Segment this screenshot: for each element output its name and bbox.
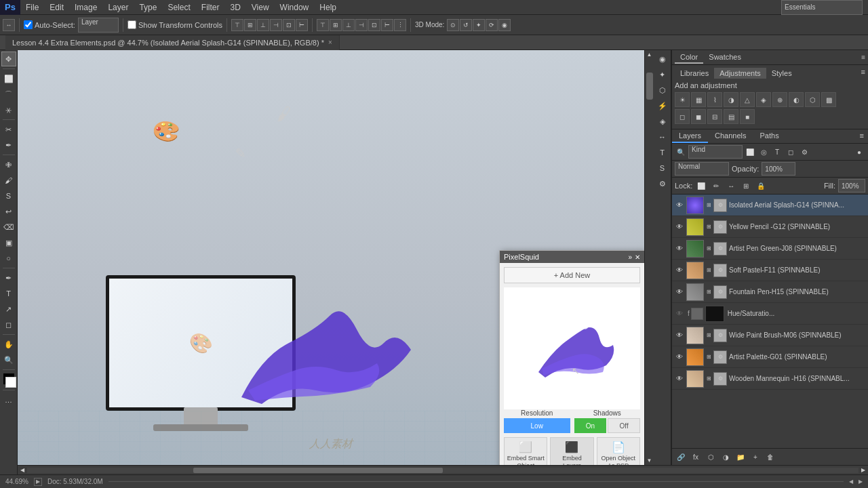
align-top[interactable]: ⊤: [231, 19, 243, 31]
lock-artboard[interactable]: ⊞: [740, 180, 752, 192]
path-tool[interactable]: ↗: [1, 302, 16, 317]
scroll-down[interactable]: ▼: [646, 456, 654, 465]
type-tool[interactable]: T: [1, 286, 16, 301]
menu-3d[interactable]: 3D: [224, 1, 245, 14]
document-tab[interactable]: Lesson 4.4 Extra Elements.psd @ 44.7% (I…: [5, 35, 340, 50]
adj-photo[interactable]: ⬡: [805, 92, 820, 107]
dist-hc[interactable]: ⊡: [368, 19, 380, 31]
dist-left[interactable]: ⊣: [355, 19, 368, 31]
layer-6-visibility[interactable]: 👁: [675, 309, 684, 319]
3d-icon4[interactable]: ⟳: [486, 19, 498, 31]
dodge-tool[interactable]: ○: [1, 251, 16, 266]
menu-type[interactable]: Type: [134, 1, 162, 14]
dist-vc[interactable]: ⊞: [330, 19, 342, 31]
add-link-icon[interactable]: 🔗: [675, 451, 687, 463]
adj-channel[interactable]: ▩: [821, 92, 836, 107]
auto-select-checkbox[interactable]: [24, 20, 33, 29]
add-group-icon[interactable]: 📁: [734, 451, 747, 463]
layer-item-1[interactable]: 👁 ⊞ ⚙ Isolated Aerial Splash-G14 (SPINNA…: [672, 195, 868, 216]
menu-image[interactable]: Image: [69, 1, 102, 14]
scroll-left[interactable]: ◀: [20, 467, 24, 473]
open-object-as-psd-button[interactable]: 📄 Open ObjectAs PSD: [597, 437, 640, 465]
tab-paths[interactable]: Paths: [753, 129, 786, 143]
adj-colorbal[interactable]: ⊕: [772, 92, 787, 107]
add-adj-icon[interactable]: ◑: [719, 451, 732, 463]
status-indicator[interactable]: ▶: [34, 478, 42, 486]
dist-extra[interactable]: ⋮: [394, 19, 406, 31]
scroll-thumb[interactable]: [646, 73, 653, 100]
dist-top[interactable]: ⊤: [317, 19, 329, 31]
layer-item-7[interactable]: 👁 ⊞ ⚙ Wide Paint Brush-M06 (SPINNABLE): [672, 325, 868, 346]
embed-smart-object-button[interactable]: ⬜ Embed SmartObject: [504, 437, 547, 465]
hscroll[interactable]: ◀ ▶: [18, 465, 868, 474]
adj-hsl[interactable]: ◈: [756, 92, 771, 107]
side-icon-8[interactable]: S: [655, 161, 670, 176]
tab-close[interactable]: ×: [328, 39, 332, 46]
filter-adj[interactable]: ◎: [757, 146, 770, 158]
tab-adjustments[interactable]: Adjustments: [714, 68, 766, 79]
eyedropper-tool[interactable]: ✒: [1, 138, 16, 152]
eraser-tool[interactable]: ⌫: [1, 220, 16, 235]
lock-pixels[interactable]: ⬜: [695, 180, 707, 192]
3d-icon3[interactable]: ✦: [473, 19, 485, 31]
adj-solid[interactable]: ■: [740, 109, 755, 124]
side-icon-9[interactable]: ⚙: [655, 176, 670, 191]
layer-8-visibility[interactable]: 👁: [675, 352, 684, 362]
adj-panel-menu[interactable]: ≡: [861, 68, 865, 79]
adj-levels[interactable]: ▦: [691, 92, 706, 107]
3d-icon2[interactable]: ↺: [460, 19, 472, 31]
adj-vibrance[interactable]: △: [740, 92, 755, 107]
layer-item-5[interactable]: 👁 ⊞ ⚙ Fountain Pen-H15 (SPINNABLE): [672, 281, 868, 303]
fill-input[interactable]: [838, 179, 865, 192]
embed-layers-button[interactable]: ⬛ EmbedLayers: [550, 437, 593, 465]
zoom-tool[interactable]: 🔍: [1, 352, 16, 367]
side-icon-4[interactable]: ⚡: [655, 98, 670, 113]
magic-wand-tool[interactable]: ⚹: [1, 102, 16, 117]
tab-libraries[interactable]: Libraries: [675, 68, 714, 79]
hand-tool[interactable]: ✋: [1, 337, 16, 352]
filter-kind-select[interactable]: Kind: [688, 145, 743, 159]
dist-right[interactable]: ⊢: [381, 19, 393, 31]
adj-exposure[interactable]: ◑: [724, 92, 738, 107]
filter-pixel[interactable]: ⬜: [744, 146, 756, 158]
tab-styles[interactable]: Styles: [766, 68, 797, 79]
adj-invert[interactable]: ◻: [675, 109, 690, 124]
shadows-on-button[interactable]: On: [574, 418, 607, 433]
add-new-button[interactable]: + Add New: [504, 267, 640, 283]
adj-curves[interactable]: ⌇: [707, 92, 722, 107]
filter-smart[interactable]: ⚙: [798, 146, 810, 158]
lasso-tool[interactable]: ⌒: [1, 87, 16, 102]
canvas-vscroll[interactable]: ▲ ▼: [644, 50, 654, 465]
layer-select[interactable]: Layer: [78, 18, 119, 33]
shadows-off-button[interactable]: Off: [608, 418, 640, 433]
menu-help[interactable]: Help: [314, 1, 342, 14]
lock-move[interactable]: ↔: [725, 180, 737, 192]
layer-item-6[interactable]: 👁 f Hue/Saturatio...: [672, 303, 868, 325]
history-tool[interactable]: ↩: [1, 204, 16, 219]
brush-tool[interactable]: 🖌: [1, 173, 16, 188]
3d-icon5[interactable]: ◉: [498, 19, 511, 31]
side-icon-3[interactable]: ⬡: [655, 83, 670, 98]
scroll-bottom-right[interactable]: ▶: [859, 479, 863, 485]
layer-9-visibility[interactable]: 👁: [675, 374, 684, 384]
menu-file[interactable]: File: [20, 1, 44, 14]
layer-3-visibility[interactable]: 👁: [675, 244, 684, 253]
scroll-up[interactable]: ▲: [646, 50, 654, 59]
adj-brightness[interactable]: ☀: [675, 92, 690, 107]
color-panel-menu[interactable]: ≡: [861, 54, 865, 61]
3d-icon1[interactable]: ⊙: [447, 19, 459, 31]
add-layer-icon[interactable]: +: [749, 451, 762, 463]
lock-gradient[interactable]: ✏: [710, 180, 722, 192]
filter-type[interactable]: T: [771, 146, 783, 158]
menu-window[interactable]: Window: [275, 1, 315, 14]
resolution-low-button[interactable]: Low: [504, 418, 570, 433]
move-tool[interactable]: ✥: [1, 52, 16, 66]
background-color[interactable]: [5, 377, 16, 388]
side-icon-2[interactable]: ✦: [655, 67, 670, 82]
tab-channels[interactable]: Channels: [708, 129, 753, 143]
align-hcenter[interactable]: ⊡: [283, 19, 295, 31]
layer-item-3[interactable]: 👁 ⊞ ⚙ Artist Pen Green-J08 (SPINNABLE): [672, 238, 868, 260]
adj-bw[interactable]: ◐: [789, 92, 804, 107]
align-right[interactable]: ⊢: [296, 19, 308, 31]
layer-item-8[interactable]: 👁 ⊞ ⚙ Artist Palette-G01 (SPINNABLE): [672, 346, 868, 368]
